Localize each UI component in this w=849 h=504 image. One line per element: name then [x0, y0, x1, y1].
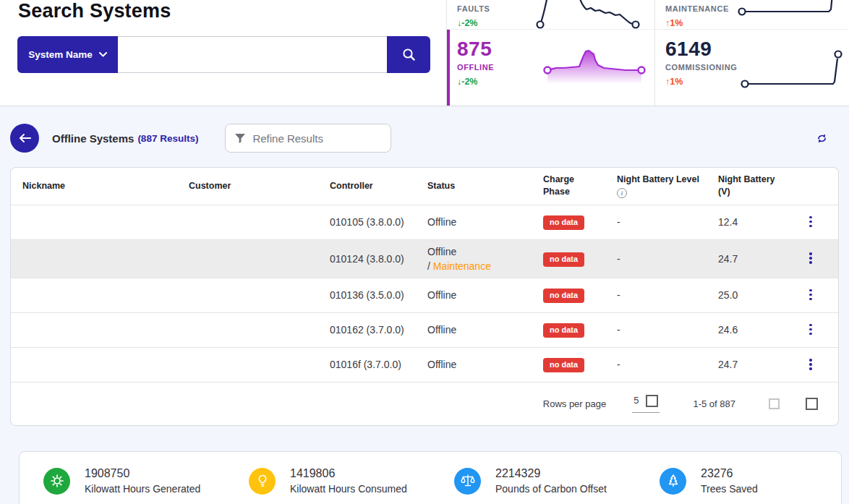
cell-nickname [11, 347, 177, 382]
cell-charge-phase: no data [532, 312, 605, 347]
tree-icon [660, 468, 686, 495]
sun-icon [43, 468, 70, 495]
cell-actions [793, 278, 839, 312]
stat-label: Pounds of Carbon Offset [495, 483, 607, 495]
no-data-badge: no data [543, 323, 584, 338]
kebab-icon [809, 216, 812, 228]
row-menu-button[interactable] [805, 319, 816, 340]
search-field-selector[interactable]: System Name [17, 36, 118, 73]
refine-results-input[interactable] [252, 132, 396, 145]
refresh-icon [815, 132, 829, 145]
cell-night-battery-v: 12.4 [707, 205, 793, 239]
results-table: Nickname Customer Controller Status Char… [11, 168, 839, 382]
prev-page-icon [769, 398, 780, 409]
cell-charge-phase: no data [532, 347, 605, 382]
kpi-card-offline[interactable]: 875 OFFLINE ↓-2% [447, 30, 654, 106]
no-data-badge: no data [543, 358, 584, 372]
scales-icon [454, 468, 481, 495]
stat-value: 1419806 [290, 467, 407, 480]
cell-night-battery-level: - [605, 205, 707, 239]
table-row[interactable]: 01016f (3.7.0.0) Offline no data - 24.7 [11, 347, 839, 382]
cell-controller: 010162 (3.7.0.0) [318, 312, 416, 347]
refresh-button[interactable] [812, 129, 832, 148]
row-menu-button[interactable] [805, 284, 816, 305]
cell-nickname [11, 239, 177, 278]
next-page-icon [806, 398, 818, 410]
faults-sparkline [533, 0, 649, 30]
cell-nickname [11, 278, 177, 312]
no-data-badge: no data [543, 252, 584, 267]
filter-icon [234, 133, 246, 144]
cell-status: Offline [416, 278, 532, 312]
kebab-icon [809, 289, 812, 301]
offline-sparkline [540, 38, 649, 86]
prev-page-button[interactable] [769, 398, 780, 409]
table-row[interactable]: 010105 (3.8.0.0) Offline no data - 12.4 [11, 205, 839, 239]
kebab-icon [809, 252, 812, 264]
col-header-controller: Controller [318, 168, 416, 205]
cell-charge-phase: no data [532, 278, 605, 312]
cell-customer [177, 312, 318, 347]
page-range-label: 1-5 of 887 [693, 398, 735, 409]
table-row[interactable]: 010162 (3.7.0.0) Offline no data - 24.6 [11, 312, 839, 347]
stat-label: Kilowatt Hours Consumed [290, 483, 407, 495]
cell-nickname [11, 312, 177, 347]
search-icon [401, 47, 417, 62]
results-table-card: Nickname Customer Controller Status Char… [10, 167, 839, 426]
cell-night-battery-level: - [605, 278, 707, 312]
kpi-card-maintenance[interactable]: MAINTENANCE ↑1% [655, 0, 849, 30]
cell-actions [793, 312, 839, 347]
kpi-card-commissioning[interactable]: 6149 COMMISSIONING ↑1% [655, 30, 849, 106]
kpi-card-faults[interactable]: FAULTS ↓-2% [447, 0, 654, 30]
search-input[interactable] [118, 36, 387, 73]
cell-charge-phase: no data [532, 205, 605, 239]
cell-night-battery-v: 25.0 [707, 278, 793, 312]
cell-night-battery-level: - [605, 239, 707, 278]
back-button[interactable] [10, 124, 39, 153]
search-button[interactable] [387, 36, 430, 73]
table-row[interactable]: 010124 (3.8.0.0) Offline/ Maintenance no… [11, 239, 839, 278]
kebab-icon [809, 359, 812, 370]
cell-actions [793, 347, 839, 382]
rows-per-page-label: Rows per page [543, 398, 606, 409]
table-header-row: Nickname Customer Controller Status Char… [11, 168, 839, 205]
stat-label: Trees Saved [701, 483, 758, 495]
results-header: Offline Systems (887 Results) [10, 124, 837, 153]
pagination-bar: Rows per page 5 1-5 of 887 [11, 382, 838, 425]
kpi-column-1: FAULTS ↓-2% 875 OFFLINE ↓-2% [446, 0, 654, 106]
lightbulb-icon [249, 468, 276, 495]
chevron-down-icon [99, 52, 107, 57]
cell-status: Offline [416, 312, 532, 347]
next-page-button[interactable] [806, 398, 818, 410]
cell-status: Offline/ Maintenance [416, 239, 532, 278]
cell-customer [177, 278, 318, 312]
main-section: Offline Systems (887 Results) [0, 106, 849, 504]
cell-controller: 010136 (3.5.0.0) [318, 278, 416, 312]
stat-kwh-generated: 1908750 Kilowatt Hours Generated [20, 467, 225, 495]
cell-actions [793, 205, 839, 239]
stat-value: 23276 [701, 467, 758, 480]
col-header-nickname: Nickname [11, 168, 177, 205]
table-row[interactable]: 010136 (3.5.0.0) Offline no data - 25.0 [11, 278, 839, 312]
cell-status: Offline [416, 205, 532, 239]
cell-actions [793, 239, 839, 278]
rows-per-page-select[interactable]: 5 [632, 395, 660, 413]
refine-results-box [225, 124, 391, 153]
info-icon[interactable]: i [617, 188, 627, 198]
kpi-column-2: MAINTENANCE ↑1% 6149 COMMISSIONING ↑1% [654, 0, 849, 106]
no-data-badge: no data [543, 215, 584, 230]
cell-customer [177, 239, 318, 278]
results-title: Offline Systems [52, 132, 134, 145]
row-menu-button[interactable] [805, 211, 816, 232]
stat-trees-saved: 23276 Trees Saved [636, 467, 841, 495]
row-menu-button[interactable] [805, 354, 816, 375]
cell-night-battery-level: - [605, 312, 707, 347]
rows-per-page-value: 5 [633, 395, 639, 406]
page-title: Search Systems [18, 0, 171, 22]
cell-customer [177, 347, 318, 382]
row-menu-button[interactable] [805, 248, 816, 269]
col-header-night-battery-level: Night Battery Level i [605, 168, 707, 205]
stat-carbon-offset: 2214329 Pounds of Carbon Offset [430, 467, 636, 495]
stat-value: 1908750 [85, 467, 200, 480]
footer-stats-bar: 1908750 Kilowatt Hours Generated 1419806… [19, 451, 842, 504]
